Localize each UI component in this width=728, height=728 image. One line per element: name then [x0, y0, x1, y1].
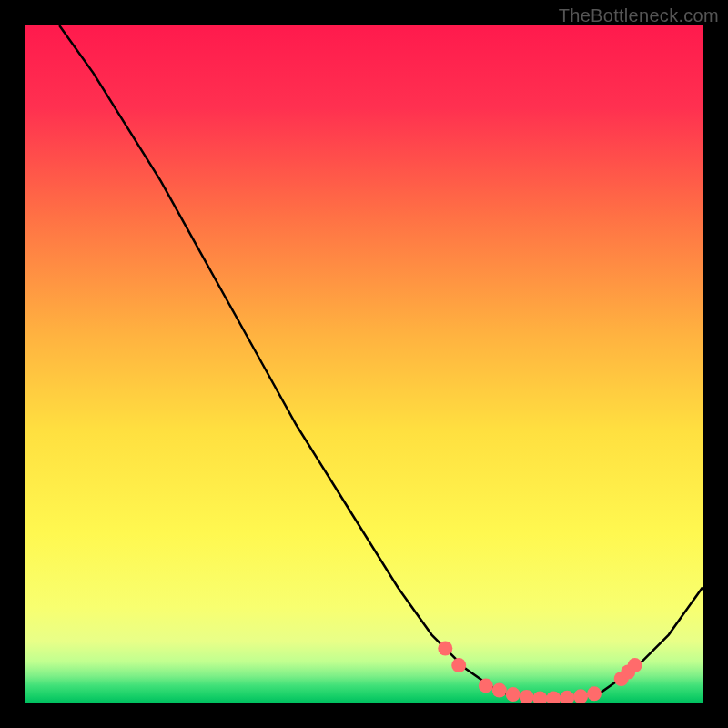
data-marker — [451, 658, 466, 672]
chart-container — [25, 25, 703, 703]
data-marker — [506, 687, 521, 702]
data-marker — [587, 686, 602, 701]
watermark-text: TheBottleneck.com — [559, 5, 719, 26]
data-marker — [492, 683, 507, 698]
data-marker — [438, 642, 452, 656]
chart-svg — [25, 25, 703, 703]
data-marker — [479, 678, 493, 693]
data-marker — [628, 658, 642, 672]
